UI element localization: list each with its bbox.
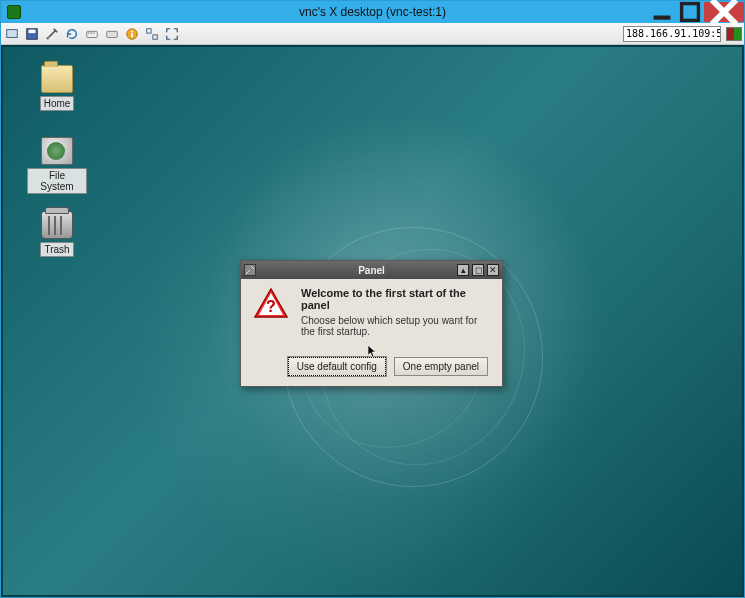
svg-rect-15 <box>147 28 151 32</box>
svg-rect-13 <box>131 33 133 37</box>
dialog-heading: Welcome to the first start of the panel <box>301 287 492 311</box>
window-title: vnc's X desktop (vnc-test:1) <box>1 5 744 19</box>
maximize-button[interactable] <box>676 2 704 22</box>
question-warning-icon: ? <box>251 287 291 337</box>
dialog-subtext: Choose below which setup you want for th… <box>301 315 492 337</box>
svg-rect-4 <box>7 29 18 37</box>
panel-dialog: Panel ▴ ◻ ✕ ? <box>240 260 503 387</box>
app-window: vnc's X desktop (vnc-test:1) 188.166.91.… <box>0 0 745 598</box>
settings-icon[interactable] <box>43 25 61 43</box>
svg-rect-11 <box>107 31 118 37</box>
desktop-icon-label: Trash <box>40 242 73 257</box>
info-icon[interactable] <box>123 25 141 43</box>
dialog-titlebar[interactable]: Panel ▴ ◻ ✕ <box>241 261 502 279</box>
desktop-icon-label: File System <box>27 168 87 194</box>
dialog-body: ? Welcome to the first start of the pane… <box>241 279 502 386</box>
trash-icon <box>41 211 73 239</box>
svg-rect-8 <box>88 32 90 34</box>
desktop-icon-label: Home <box>40 96 75 111</box>
one-empty-panel-button[interactable]: One empty panel <box>394 357 488 376</box>
desktop-icon-home[interactable]: Home <box>27 65 87 111</box>
send-keys-icon[interactable] <box>103 25 121 43</box>
window-controls <box>648 2 744 22</box>
dialog-maximize-button[interactable]: ◻ <box>472 264 484 276</box>
scale-icon[interactable] <box>143 25 161 43</box>
disk-icon <box>41 137 73 165</box>
new-connection-icon[interactable] <box>3 25 21 43</box>
desktop-icon-trash[interactable]: Trash <box>27 211 87 257</box>
svg-text:?: ? <box>266 298 276 315</box>
desktop-icon-filesystem[interactable]: File System <box>27 137 87 194</box>
use-default-config-button[interactable]: Use default config <box>288 357 386 376</box>
ctrl-alt-del-icon[interactable] <box>83 25 101 43</box>
fullscreen-icon[interactable] <box>163 25 181 43</box>
save-icon[interactable] <box>23 25 41 43</box>
svg-rect-14 <box>131 30 133 32</box>
app-icon <box>7 5 21 19</box>
svg-rect-16 <box>153 34 157 38</box>
dialog-close-button[interactable]: ✕ <box>487 264 499 276</box>
vnc-toolbar: 188.166.91.109:5901 <box>1 23 744 45</box>
svg-rect-6 <box>29 29 36 33</box>
remote-desktop[interactable]: Home File System Trash Panel ▴ ◻ ✕ <box>1 45 744 597</box>
titlebar[interactable]: vnc's X desktop (vnc-test:1) <box>1 1 744 23</box>
dialog-minimize-button[interactable]: ▴ <box>457 264 469 276</box>
folder-icon <box>41 65 73 93</box>
svg-rect-10 <box>93 32 95 34</box>
svg-rect-1 <box>682 4 699 21</box>
refresh-icon[interactable] <box>63 25 81 43</box>
minimize-button[interactable] <box>648 2 676 22</box>
svg-rect-9 <box>90 32 92 34</box>
close-button[interactable] <box>704 2 744 22</box>
